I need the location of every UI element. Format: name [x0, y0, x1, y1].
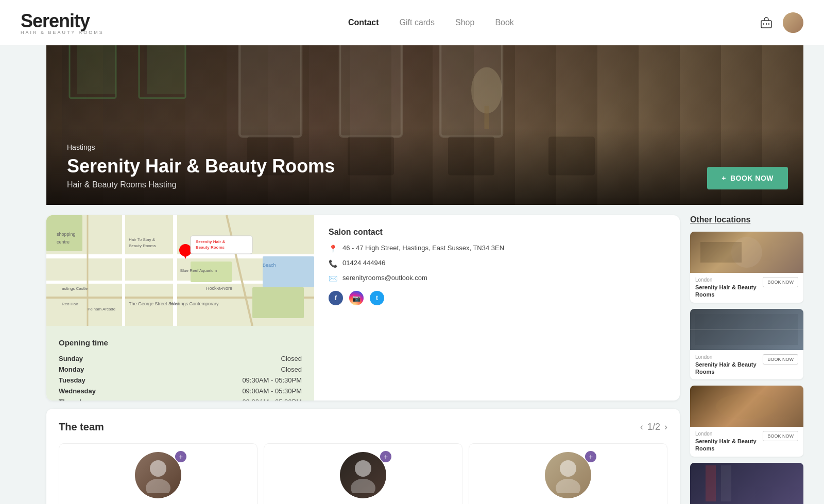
svg-text:Beach: Beach	[263, 263, 276, 268]
location-cards: London Serenity Hair & Beauty Rooms BOOK…	[690, 232, 803, 504]
location-card: London Serenity Hair & Beauty Rooms BOOK…	[690, 386, 803, 457]
location-book-button[interactable]: BOOK NOW	[763, 354, 798, 364]
hero-subtitle: Hair & Beauty Rooms Hasting	[67, 180, 783, 189]
opening-time-title: Opening time	[59, 338, 302, 347]
contact-email[interactable]: ✉️ serenityrooms@outlook.com	[329, 274, 665, 283]
email-icon: ✉️	[329, 274, 337, 283]
opening-time-row: MondayClosed	[59, 364, 302, 375]
nav-contact[interactable]: Contact	[348, 18, 379, 27]
basket-icon[interactable]	[758, 14, 775, 31]
opening-time-row: Tuesday09:30AM - 05:30PM	[59, 375, 302, 386]
svg-rect-7	[147, 45, 185, 94]
map-info-row: shopping centre Hair To Stay & Beauty Ro…	[46, 215, 680, 401]
svg-rect-29	[263, 256, 314, 287]
location-info: London Serenity Hair & Beauty Rooms BOOK…	[690, 350, 803, 380]
contact-phone-text: 01424 444946	[342, 259, 385, 267]
location-meta: London Serenity Hair & Beauty Rooms	[695, 277, 763, 299]
other-locations-title: Other locations	[690, 215, 803, 224]
opening-time-section: Opening time SundayClosedMondayClosedTue…	[46, 328, 314, 401]
svg-rect-28	[252, 287, 304, 318]
book-now-label: BOOK NOW	[730, 174, 774, 182]
page-layout: shopping centre Hair To Stay & Beauty Ro…	[0, 205, 824, 504]
phone-icon: 📞	[329, 259, 337, 268]
team-member-add-button[interactable]: +	[380, 451, 391, 462]
nav-gift-cards[interactable]: Gift cards	[400, 18, 435, 27]
contact-phone[interactable]: 📞 01424 444946	[329, 259, 665, 268]
svg-rect-64	[706, 465, 716, 501]
salon-contact-title: Salon contact	[329, 228, 665, 237]
user-avatar[interactable]	[783, 12, 803, 33]
page-wrapper: Serenity HAIR & BEAUTY ROOMS Contact Gif…	[0, 0, 824, 504]
svg-text:Hastings Contemporary: Hastings Contemporary	[170, 301, 219, 306]
book-now-plus-icon: +	[722, 174, 726, 182]
team-card: + Michael Senior Stylist	[59, 443, 258, 504]
svg-rect-9	[340, 45, 402, 137]
site-header: Serenity HAIR & BEAUTY ROOMS Contact Gif…	[0, 0, 824, 45]
team-pagination: ‹ 1/2 ›	[640, 422, 667, 432]
main-nav: Contact Gift cards Shop Book	[348, 18, 514, 27]
svg-text:astings Castle: astings Castle	[62, 286, 88, 291]
opening-time-row: Wednesday09:00AM - 05:30PM	[59, 386, 302, 396]
svg-point-51	[560, 460, 576, 477]
team-member-add-button[interactable]: +	[175, 451, 186, 462]
svg-text:Blue Reef Aquarium: Blue Reef Aquarium	[180, 268, 217, 273]
info-section: Salon contact 📍 46 - 47 High Street, Has…	[314, 215, 680, 401]
location-book-button[interactable]: BOOK NOW	[763, 431, 798, 441]
svg-text:Serenity Hair &: Serenity Hair &	[196, 239, 226, 244]
location-name: Serenity Hair & Beauty Rooms	[695, 284, 763, 299]
svg-text:Rock-a-Nore: Rock-a-Nore	[206, 286, 232, 291]
team-next-button[interactable]: ›	[664, 422, 667, 432]
right-sidebar: Other locations London Serenity Hair & B…	[690, 205, 803, 504]
location-info: London Serenity Hair & Beauty Rooms BOOK…	[690, 427, 803, 457]
location-region: London	[695, 354, 763, 360]
svg-point-49	[355, 460, 371, 477]
location-name: Serenity Hair & Beauty Rooms	[695, 361, 763, 376]
map-section: shopping centre Hair To Stay & Beauty Ro…	[46, 215, 314, 401]
location-card: London Serenity Hair & Beauty Rooms BOOK…	[690, 309, 803, 380]
nav-shop[interactable]: Shop	[455, 18, 474, 27]
day-label: Tuesday	[59, 376, 85, 384]
day-label: Monday	[59, 366, 84, 373]
location-card: London Serenity Hair & Beauty Rooms BOOK…	[690, 232, 803, 303]
opening-time-row: Thursday09:30AM - 05:30PM	[59, 396, 302, 401]
instagram-icon[interactable]: 📷	[349, 291, 364, 305]
svg-text:Beauty Rooms: Beauty Rooms	[129, 244, 156, 248]
svg-point-48	[146, 479, 170, 493]
header-icons	[758, 12, 803, 33]
opening-time-row: SundayClosed	[59, 353, 302, 364]
salon-contact: Salon contact 📍 46 - 47 High Street, Has…	[329, 228, 665, 388]
svg-text:centre: centre	[57, 239, 70, 245]
day-label: Thursday	[59, 398, 89, 401]
location-region: London	[695, 431, 763, 437]
contact-address-text: 46 - 47 High Street, Hastings, East Suss…	[342, 244, 504, 252]
opening-time-rows: SundayClosedMondayClosedTuesday09:30AM -…	[59, 353, 302, 401]
team-grid: + Michael Senior Stylist + Vicky Senior …	[59, 443, 667, 504]
nav-book[interactable]: Book	[495, 18, 513, 27]
hero-book-now-button[interactable]: + BOOK NOW	[707, 167, 788, 189]
logo[interactable]: Serenity HAIR & BEAUTY ROOMS	[21, 10, 104, 35]
team-header: The team ‹ 1/2 ›	[59, 421, 667, 433]
location-name: Serenity Hair & Beauty Rooms	[695, 438, 763, 453]
time-value: Closed	[281, 366, 302, 373]
svg-text:shopping: shopping	[57, 232, 76, 237]
team-member-add-button[interactable]: +	[585, 451, 596, 462]
team-prev-button[interactable]: ‹	[640, 422, 643, 432]
svg-rect-8	[239, 45, 301, 137]
team-card: + Vicky Senior Stylist / Advanced Colour…	[264, 443, 462, 504]
team-card: + Ashleigh Stylist	[469, 443, 667, 504]
logo-text: Serenity	[21, 10, 104, 32]
svg-text:Hair To Stay &: Hair To Stay &	[129, 237, 156, 242]
time-value: Closed	[281, 355, 302, 362]
twitter-icon[interactable]: t	[370, 291, 384, 305]
time-value: 09:00AM - 05:30PM	[242, 387, 302, 395]
svg-rect-65	[721, 465, 731, 501]
svg-point-52	[556, 479, 580, 493]
location-book-button[interactable]: BOOK NOW	[763, 277, 798, 287]
svg-text:Red Hair: Red Hair	[62, 302, 78, 306]
svg-rect-60	[700, 242, 742, 263]
team-page-indicator: 1/2	[647, 422, 660, 432]
contact-address: 📍 46 - 47 High Street, Hastings, East Su…	[329, 244, 665, 253]
facebook-icon[interactable]: f	[329, 291, 343, 305]
hero-section: Hastings Serenity Hair & Beauty Rooms Ha…	[0, 45, 824, 205]
time-value: 09:30AM - 05:30PM	[242, 398, 302, 401]
